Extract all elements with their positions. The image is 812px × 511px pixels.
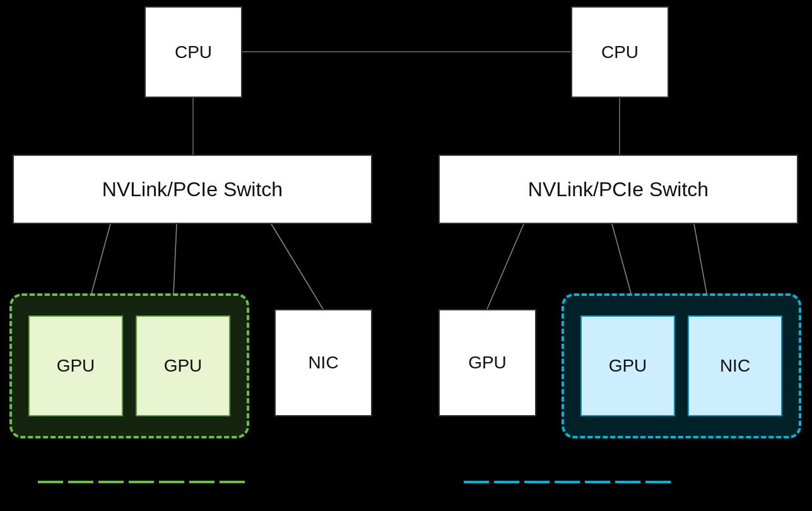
gpu-left-2: GPU (136, 315, 230, 416)
cpu-right: CPU (571, 6, 669, 98)
svg-line-4 (174, 224, 177, 293)
svg-line-8 (694, 224, 707, 293)
nic-right: NIC (688, 315, 782, 416)
dash-green-6 (189, 481, 215, 483)
svg-line-6 (487, 224, 524, 309)
dash-cyan-5 (585, 481, 610, 483)
svg-line-5 (271, 224, 323, 309)
dash-green-1 (38, 481, 63, 483)
dash-green-2 (68, 481, 93, 483)
dash-green-7 (220, 481, 245, 483)
legend-indicator-right (464, 481, 671, 483)
dash-green-3 (98, 481, 124, 483)
dash-cyan-6 (615, 481, 640, 483)
gpu-right-1: GPU (580, 315, 675, 416)
svg-line-7 (612, 224, 631, 293)
dash-green-4 (129, 481, 154, 483)
diagram-container: CPU CPU NVLink/PCIe Switch NVLink/PCIe S… (0, 0, 812, 511)
nic-left: NIC (274, 309, 372, 416)
gpu-left-1: GPU (28, 315, 123, 416)
gpu-group-right: GPU NIC (562, 293, 801, 438)
gpu-group-left: GPU GPU (9, 293, 249, 438)
nvlink-switch-right: NVLink/PCIe Switch (438, 155, 798, 224)
dash-cyan-3 (524, 481, 550, 483)
legend-indicator-left (38, 481, 245, 483)
dash-cyan-2 (494, 481, 519, 483)
cpu-left: CPU (144, 6, 242, 98)
dash-cyan-4 (555, 481, 580, 483)
dash-cyan-1 (464, 481, 489, 483)
dash-cyan-7 (645, 481, 671, 483)
nvlink-switch-left: NVLink/PCIe Switch (13, 155, 372, 224)
svg-line-3 (91, 224, 110, 293)
gpu-standalone-right: GPU (438, 309, 536, 416)
dash-green-5 (159, 481, 184, 483)
